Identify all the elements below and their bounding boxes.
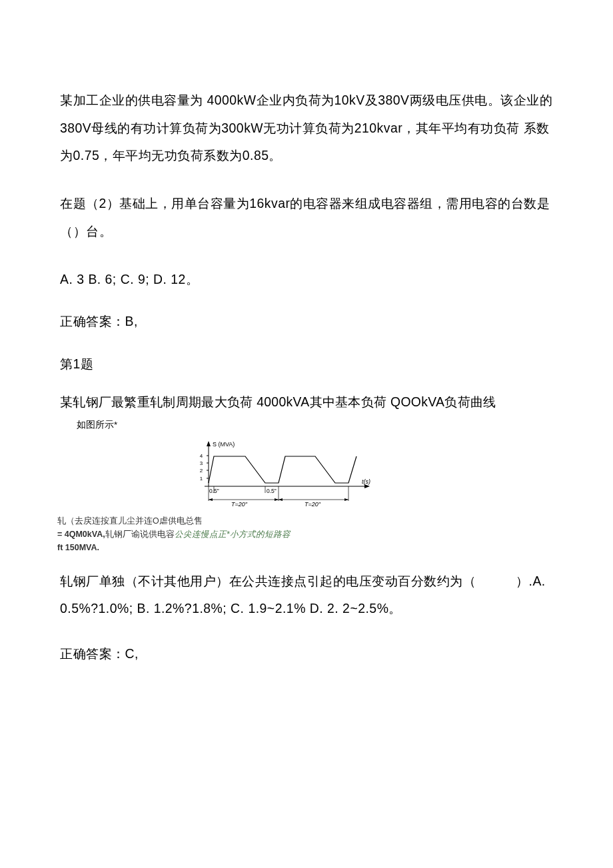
- svg-text:1: 1: [200, 476, 203, 482]
- chart-period-0: T=20": [231, 501, 248, 508]
- q1-question-line1: 轧钢厂单独（不计其他用户）在公共连接点引起的电压变动百分数约为（: [60, 574, 476, 588]
- q1-footnote-l2: = 4QM0kVA,轧钢厂谕说供电容公尖连慢点正*小方式的短路容: [57, 528, 553, 540]
- svg-marker-22: [344, 498, 348, 501]
- svg-marker-1: [207, 441, 211, 446]
- chart-xmarker-1: 0.5": [267, 488, 277, 494]
- q0-options: A. 3 B. 6; C. 9; D. 12。: [60, 266, 553, 294]
- q1-question-line1-tail: ）.A.: [516, 574, 546, 588]
- chart-period-1: T=20": [305, 501, 321, 508]
- q1-question-line2: 0.5%?1.0%; B. 1.2%?1.8%; C. 1.9~2.1% D. …: [60, 601, 402, 616]
- svg-marker-19: [275, 498, 279, 501]
- q1-answer: 正确答案：C,: [60, 640, 553, 668]
- q1-question: 轧钢厂单独（不计其他用户）在公共连接点引起的电压变动百分数约为（）.A. 0.5…: [60, 568, 553, 623]
- q1-footnote-l2b: 轧钢厂谕说供电容: [105, 530, 175, 539]
- svg-marker-21: [279, 498, 283, 501]
- q1-figure-note: 如图所示*: [60, 418, 553, 432]
- q1-footnote-l2c: 公尖连慢点正*小方式的短路容: [175, 530, 291, 539]
- chart-xmarker-0: 0.5": [209, 488, 219, 494]
- q1-footnote-l2a: = 4QM0kVA,: [57, 530, 105, 539]
- svg-text:4: 4: [200, 453, 203, 459]
- svg-text:3: 3: [200, 460, 203, 466]
- svg-text:2: 2: [200, 468, 203, 474]
- q0-answer: 正确答案：B,: [60, 308, 553, 336]
- chart-ylabel: S (MVA): [213, 441, 235, 448]
- chart-yticks: 1 2 3 4: [200, 453, 209, 482]
- q1-heading: 第1题: [60, 350, 553, 378]
- svg-marker-18: [209, 498, 213, 501]
- q0-stem-p2: 在题（2）基础上，用单台容量为16kvar的电容器来组成电容器组，需用电容的台数…: [60, 190, 553, 245]
- q1-footnote-l3: ft 150MVA.: [57, 542, 553, 554]
- chart-series-load: [209, 456, 356, 483]
- load-curve-chart: S (MVA) t(s) 1 2 3 4 0.5" 0.5" T=20": [190, 440, 553, 510]
- q1-footnote-l1: 轧（去戻连按直儿尘并连O虐供电总售: [57, 515, 553, 527]
- chart-xlabel: t(s): [362, 478, 370, 485]
- q1-stem: 某轧钢厂最繁重轧制周期最大负荷 4000kVA其中基本负荷 QOOkVA负荷曲线: [60, 389, 553, 415]
- q0-stem-p1: 某加工企业的供电容量为 4000kW企业内负荷为10kV及380V两级电压供电。…: [60, 87, 553, 170]
